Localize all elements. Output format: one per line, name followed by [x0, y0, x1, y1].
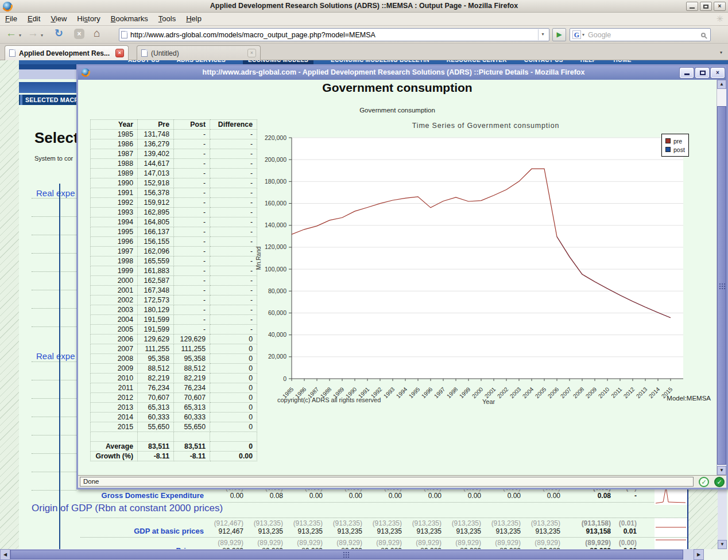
- scroll-down-icon[interactable]: ▼: [717, 466, 726, 475]
- popup-scrollbar-thumb[interactable]: [717, 106, 726, 465]
- search-icon[interactable]: [701, 33, 706, 37]
- list-all-tabs-icon[interactable]: ▾: [717, 48, 726, 58]
- table-cell: 180,129: [138, 305, 174, 315]
- nav-economic-models[interactable]: ECONOMIC MODELS: [243, 60, 313, 64]
- search-input[interactable]: Google: [584, 31, 701, 39]
- table-cell: -: [210, 237, 257, 247]
- url-dropdown-icon[interactable]: ▾: [538, 29, 547, 40]
- table-cell: 83,511: [138, 442, 174, 452]
- table-row: 1989147,013--: [91, 169, 257, 178]
- menu-view[interactable]: View: [45, 13, 72, 25]
- menu-tools[interactable]: Tools: [153, 13, 181, 25]
- scroll-left-icon[interactable]: ◀: [0, 549, 10, 560]
- bg-cell-prev: (89,929): [323, 539, 362, 547]
- table-cell: [174, 432, 210, 442]
- tab-close-icon[interactable]: ×: [247, 49, 256, 57]
- table-cell: -: [210, 139, 257, 149]
- popup-minimize-button[interactable]: [680, 68, 694, 78]
- table-row: 1990152,918--: [91, 178, 257, 188]
- scrollbar-grip: [719, 283, 721, 285]
- forward-dropdown-icon[interactable]: ▾: [41, 33, 43, 38]
- bg-cell-prev: (89,929): [243, 539, 283, 547]
- bg-cell: (913,235)913,235: [521, 519, 560, 535]
- menu-edit[interactable]: Edit: [22, 13, 45, 25]
- row-divider: [32, 472, 76, 472]
- bg-cell-prev: (89,929): [560, 539, 611, 547]
- home-button[interactable]: ⌂: [94, 27, 100, 40]
- row-divider: [80, 537, 687, 538]
- menu-history[interactable]: History: [72, 13, 105, 25]
- table-cell: 1989: [91, 169, 138, 178]
- maximize-button[interactable]: [700, 2, 712, 11]
- tab-close-icon[interactable]: ×: [115, 49, 124, 57]
- bg-row-label[interactable]: GDP at basic prices: [60, 527, 204, 535]
- page-content: ABOUT USADRS SERVICESECONOMIC MODELSECON…: [0, 60, 728, 560]
- status-text: Done: [80, 477, 694, 487]
- minimize-button[interactable]: [686, 2, 698, 11]
- svg-text:80,000: 80,000: [268, 287, 286, 294]
- tab-bar: Applied Development Res... × (Untitled) …: [0, 44, 728, 60]
- status-check-solid-icon[interactable]: ✓: [714, 477, 725, 487]
- google-logo-icon[interactable]: G: [572, 30, 581, 39]
- row-divider: [32, 453, 76, 454]
- table-cell: 1990: [91, 178, 138, 188]
- svg-text:2010: 2010: [597, 386, 611, 399]
- nav-resource-center[interactable]: RESOURCE CENTER: [447, 60, 507, 64]
- search-bar[interactable]: G ▾ Google: [570, 28, 711, 41]
- back-dropdown-icon[interactable]: ▾: [19, 33, 21, 38]
- popup-close-button[interactable]: ×: [711, 68, 725, 78]
- status-check-outline-icon[interactable]: ✓: [699, 477, 709, 487]
- table-cell: 162,895: [138, 208, 174, 217]
- tab-output-page[interactable]: Applied Development Res... ×: [5, 45, 129, 60]
- popup-status-bar: Done ✓ ✓: [78, 475, 726, 488]
- popup-scrollbar-track[interactable]: ▲ ▼: [717, 80, 726, 475]
- popup-window-controls: ×: [678, 68, 725, 78]
- close-button[interactable]: ×: [714, 2, 726, 11]
- table-row: 2003180,129--: [91, 305, 257, 315]
- table-cell: -: [174, 266, 210, 276]
- table-row: 2000162,587--: [91, 276, 257, 286]
- back-button[interactable]: ←: [6, 27, 17, 40]
- nav-economic-modeling-bulletin[interactable]: ECONOMIC MODELING BULLETIN: [331, 60, 429, 64]
- chart-copyright: copyright(c) ADRS all rights reserved: [277, 396, 381, 403]
- scroll-up-icon[interactable]: ▲: [717, 80, 726, 89]
- sidebar-link-real-expenditure-1[interactable]: Real expe: [36, 188, 75, 198]
- table-cell: -: [210, 325, 257, 335]
- reload-button[interactable]: ↻: [55, 27, 63, 40]
- menu-file[interactable]: File: [0, 13, 22, 25]
- forward-button[interactable]: →: [28, 27, 38, 40]
- popup-titlebar[interactable]: http://www.adrs-global.com - Applied Dev…: [78, 66, 726, 80]
- go-button[interactable]: ▶: [552, 28, 566, 41]
- horizontal-scrollbar-thumb[interactable]: [10, 550, 683, 559]
- bg-cell-prev: (0.00): [611, 539, 637, 547]
- bg-cell-value: 0.08: [560, 492, 611, 500]
- scroll-down-icon[interactable]: ▼: [718, 540, 727, 549]
- pre-swatch: [665, 138, 671, 143]
- nav-home[interactable]: HOME: [614, 60, 632, 64]
- url-bar[interactable]: http://www.adrs-global.com/models/macro_…: [119, 28, 549, 41]
- svg-text:2002: 2002: [496, 386, 510, 399]
- table-row: 201270,60770,6070: [91, 393, 257, 403]
- svg-text:180,000: 180,000: [265, 178, 286, 185]
- nav-help[interactable]: HELP: [580, 60, 597, 64]
- tab-untitled[interactable]: (Untitled) ×: [137, 45, 261, 60]
- table-cell: 2011: [91, 383, 138, 393]
- nav-about-us[interactable]: ABOUT US: [128, 60, 160, 64]
- bg-row-label[interactable]: Gross Domestic Expenditure: [60, 491, 204, 500]
- throbber-icon: ✳: [716, 14, 723, 24]
- table-cell: 70,607: [138, 393, 174, 403]
- nav-adrs-services[interactable]: ADRS SERVICES: [177, 60, 226, 64]
- table-cell: 2001: [91, 286, 138, 295]
- nav-contact-us[interactable]: CONTACT US: [524, 60, 563, 64]
- col-header: Difference: [210, 120, 257, 130]
- stop-button[interactable]: ×: [74, 29, 84, 39]
- menu-help[interactable]: Help: [181, 13, 207, 25]
- table-cell: 1994: [91, 217, 138, 227]
- url-input[interactable]: http://www.adrs-global.com/models/macro_…: [127, 31, 538, 39]
- scroll-right-icon[interactable]: ▶: [694, 549, 704, 560]
- table-cell: 2005: [91, 325, 138, 335]
- popup-maximize-button[interactable]: [695, 68, 709, 78]
- sparkline-primary: [655, 538, 687, 549]
- menu-bookmarks[interactable]: Bookmarks: [106, 13, 153, 25]
- sidebar-link-real-expenditure-2[interactable]: Real expe: [36, 351, 75, 361]
